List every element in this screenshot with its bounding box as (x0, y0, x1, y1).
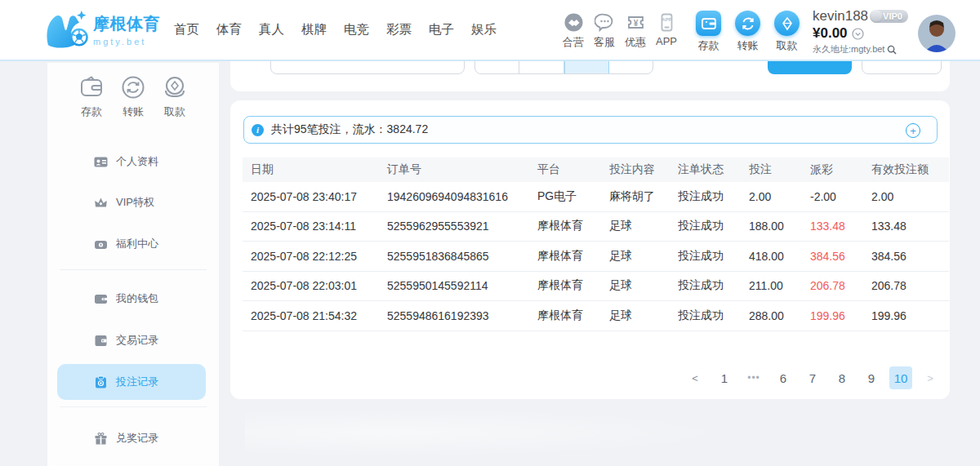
sidebar-quick-actions: 存款转账取款 (47, 74, 219, 119)
svg-text:APP: APP (662, 17, 671, 22)
sidebar-item-投注记录[interactable]: 投注记录 (57, 364, 206, 400)
sidebar-divider (60, 269, 207, 270)
col-header-0: 日期 (243, 162, 379, 177)
nav-item-1[interactable]: 体育 (216, 21, 242, 38)
nav-item-0[interactable]: 首页 (174, 21, 199, 38)
brand-logo-icon (45, 9, 89, 50)
cell-date: 2025-07-08 22:03:01 (243, 279, 379, 292)
pagination-page-6[interactable]: 6 (772, 366, 795, 389)
cell-platform: 摩根体育 (529, 308, 601, 323)
pagination-page-9[interactable]: 9 (860, 366, 883, 389)
promo-icon: ¥ (626, 12, 646, 33)
cell-content: 麻将胡了 (601, 189, 670, 204)
expand-circle-icon[interactable]: + (906, 123, 920, 138)
header-action-合营[interactable]: 合营 (561, 12, 586, 50)
wallet-icon (94, 292, 108, 306)
username[interactable]: kevin188 (813, 8, 868, 24)
col-header-5: 投注 (741, 162, 802, 177)
pagination-prev[interactable]: < (684, 366, 706, 389)
summary-text: 共计95笔投注，流水：3824.72 (271, 122, 428, 137)
support-icon (595, 12, 615, 33)
q-withdraw-icon (162, 74, 188, 100)
cell-content: 足球 (601, 219, 670, 233)
col-header-2: 平台 (529, 162, 601, 177)
pagination-page-7[interactable]: 7 (801, 366, 824, 389)
cell-order: 1942609694094831616 (379, 190, 529, 203)
col-header-6: 派彩 (802, 162, 863, 177)
cell-bet: 2.00 (741, 190, 802, 203)
cell-status: 投注成功 (670, 189, 741, 204)
partner-icon (564, 12, 584, 33)
cell-valid: 384.56 (863, 250, 949, 263)
welfare-icon (94, 237, 108, 251)
redeem-icon (94, 432, 108, 446)
col-header-1: 订单号 (379, 162, 529, 177)
header-gray-actions: 合营客服¥优惠APPAPP (561, 12, 679, 50)
table-body: 2025-07-08 23:40:171942609694094831616PG… (243, 182, 949, 331)
pagination-page-1[interactable]: 1 (713, 366, 736, 389)
cell-order: 5255950145592114 (379, 279, 529, 292)
sidebar-item-兑奖记录[interactable]: 兑奖记录 (57, 420, 206, 456)
sidebar-item-福利中心[interactable]: 福利中心 (57, 226, 206, 262)
nav-item-2[interactable]: 真人 (259, 21, 284, 38)
sidebar-item-我的钱包[interactable]: 我的钱包 (57, 281, 206, 317)
table-header: 日期订单号平台投注内容注单状态投注派彩有效投注额 (243, 158, 949, 182)
cell-order: 5255951836845865 (379, 250, 529, 263)
nav-item-3[interactable]: 棋牌 (301, 21, 327, 38)
header-action-客服[interactable]: 客服 (592, 12, 617, 50)
nav-item-6[interactable]: 电子 (429, 21, 454, 38)
table-row: 2025-07-08 23:40:171942609694094831616PG… (243, 182, 949, 212)
header-action-存款[interactable]: 存款 (695, 11, 722, 53)
cell-bet: 211.00 (741, 279, 802, 292)
sidebar-item-个人资料[interactable]: 个人资料 (57, 144, 206, 180)
pagination-page-10[interactable]: 10 (889, 366, 912, 389)
cell-date: 2025-07-08 22:12:25 (243, 250, 379, 263)
nav-item-5[interactable]: 彩票 (386, 21, 412, 38)
cell-payout: 199.96 (802, 309, 863, 322)
header-action-转账[interactable]: 转账 (734, 11, 761, 53)
col-header-4: 注单状态 (670, 162, 741, 177)
header-action-APP[interactable]: APPAPP (654, 12, 679, 50)
avatar[interactable] (918, 15, 956, 52)
table-row: 2025-07-08 22:12:255255951836845865摩根体育足… (243, 242, 949, 272)
cell-payout: 384.56 (802, 250, 863, 263)
header: 摩根体育 mgty.bet 首页体育真人棋牌电竞彩票电子娱乐 合营客服¥优惠AP… (0, 0, 980, 61)
table-row: 2025-07-08 22:03:015255950145592114摩根体育足… (243, 272, 949, 302)
pagination-ellipsis[interactable]: ••• (742, 366, 765, 389)
bet-records-card: i 共计95笔投注，流水：3824.72 + 日期订单号平台投注内容注单状态投注… (230, 100, 950, 399)
sidebar-quick-转账[interactable]: 转账 (119, 74, 147, 119)
cell-valid: 133.48 (863, 220, 949, 233)
sidebar-quick-存款[interactable]: 存款 (78, 74, 105, 119)
cell-order: 5255948616192393 (379, 309, 529, 322)
cell-bet: 418.00 (741, 250, 802, 263)
cell-status: 投注成功 (670, 278, 741, 293)
header-action-取款[interactable]: 取款 (773, 11, 800, 53)
cell-platform: 摩根体育 (529, 249, 601, 264)
cell-date: 2025-07-08 23:40:17 (243, 190, 379, 203)
header-action-优惠[interactable]: ¥优惠 (623, 12, 648, 50)
background-watermark (245, 408, 735, 457)
brand-logo[interactable]: 摩根体育 mgty.bet (45, 9, 160, 50)
sidebar-item-VIP特权[interactable]: VIP特权 (57, 184, 206, 220)
cell-valid: 206.78 (863, 279, 949, 292)
nav-item-4[interactable]: 电竞 (344, 21, 369, 38)
summary-bar: i 共计95笔投注，流水：3824.72 + (243, 116, 938, 144)
magnifier-icon[interactable] (887, 45, 897, 55)
profile-icon (94, 155, 108, 169)
pagination-page-8[interactable]: 8 (831, 366, 853, 389)
balance-expand-icon[interactable] (852, 28, 864, 40)
brand-domain: mgty.bet (93, 37, 160, 47)
vip-icon (94, 196, 108, 210)
q-transfer-icon (120, 74, 146, 100)
sidebar-item-交易记录[interactable]: 交易记录 (57, 322, 206, 358)
cell-bet: 188.00 (741, 220, 802, 233)
nav-item-7[interactable]: 娱乐 (471, 21, 497, 38)
deposit-icon (696, 11, 721, 36)
sidebar-quick-取款[interactable]: 取款 (161, 74, 189, 119)
pagination-next[interactable]: > (919, 366, 942, 389)
table-row: 2025-07-08 23:14:115255962955553921摩根体育足… (243, 212, 949, 242)
cell-status: 投注成功 (670, 249, 741, 264)
cell-status: 投注成功 (670, 308, 741, 323)
main-nav: 首页体育真人棋牌电竞彩票电子娱乐 (174, 0, 497, 60)
transfer-icon (735, 11, 760, 36)
